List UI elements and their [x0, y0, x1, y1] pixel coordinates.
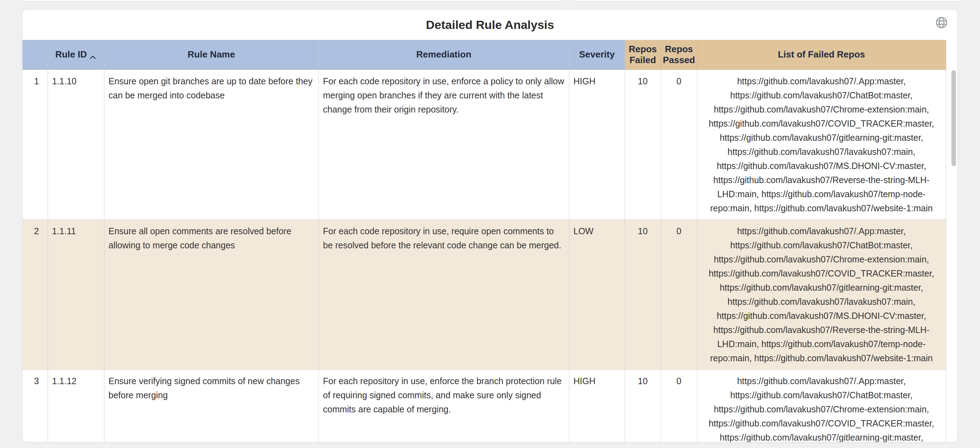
table-body: 1 1.1.10 Ensure open git branches are up…	[22, 70, 946, 442]
cell-rule-id: 1.1.11	[48, 219, 104, 369]
top-card-right-edge	[572, 0, 963, 2]
header-repos-passed[interactable]: Repos Passed	[661, 40, 697, 70]
vertical-scrollbar-thumb[interactable]	[951, 70, 956, 166]
cell-repos-failed: 10	[625, 219, 661, 369]
header-failed-repos[interactable]: List of Failed Repos	[697, 40, 946, 70]
globe-icon[interactable]	[935, 16, 948, 29]
header-rule-name[interactable]: Rule Name	[104, 40, 318, 70]
cell-rule-name: Ensure all open comments are resolved be…	[104, 219, 318, 369]
cell-index: 3	[22, 369, 48, 442]
cell-failed-repos: https://github.com/lavakush07/.App:maste…	[697, 219, 946, 369]
cell-failed-repos: https://github.com/lavakush07/.App:maste…	[697, 70, 946, 219]
cell-repos-passed: 0	[661, 70, 697, 219]
cell-remediation: For each repository in use, enforce the …	[318, 369, 569, 442]
table-row: 1 1.1.10 Ensure open git branches are up…	[22, 70, 946, 219]
table-row: 3 1.1.12 Ensure verifying signed commits…	[22, 369, 946, 442]
cell-repos-failed: 10	[625, 70, 661, 219]
header-severity[interactable]: Severity	[569, 40, 625, 70]
header-rule-id-label: Rule ID	[56, 49, 87, 60]
page-title: Detailed Rule Analysis	[426, 18, 554, 32]
cell-rule-id: 1.1.12	[48, 369, 104, 442]
table-head: Rule ID Rule Name Remediation Severity R…	[22, 40, 946, 70]
table-header-row: Rule ID Rule Name Remediation Severity R…	[22, 40, 946, 70]
header-repos-failed[interactable]: Repos Failed	[625, 40, 661, 70]
cell-remediation: For each code repository in use, require…	[318, 219, 569, 369]
cell-severity: HIGH	[569, 70, 625, 219]
header-index	[22, 40, 48, 70]
cell-repos-passed: 0	[661, 219, 697, 369]
header-rule-id[interactable]: Rule ID	[48, 40, 104, 70]
cell-severity: HIGH	[569, 369, 625, 442]
cell-rule-id: 1.1.10	[48, 70, 104, 219]
chevron-up-icon	[89, 52, 96, 57]
cell-index: 1	[22, 70, 48, 219]
top-card-left-edge	[22, 0, 564, 2]
header-remediation[interactable]: Remediation	[318, 40, 569, 70]
cell-severity: LOW	[569, 219, 625, 369]
rule-analysis-table: Rule ID Rule Name Remediation Severity R…	[22, 40, 946, 442]
table-row: 2 1.1.11 Ensure all open comments are re…	[22, 219, 946, 369]
cell-index: 2	[22, 219, 48, 369]
card-header: Detailed Rule Analysis	[22, 10, 958, 40]
detailed-rule-analysis-card: Detailed Rule Analysis	[22, 9, 958, 442]
cell-failed-repos: https://github.com/lavakush07/.App:maste…	[697, 369, 946, 442]
cell-repos-passed: 0	[661, 369, 697, 442]
cell-rule-name: Ensure open git branches are up to date …	[104, 70, 318, 219]
cell-repos-failed: 10	[625, 369, 661, 442]
cell-rule-name: Ensure verifying signed commits of new c…	[104, 369, 318, 442]
cell-remediation: For each code repository in use, enforce…	[318, 70, 569, 219]
